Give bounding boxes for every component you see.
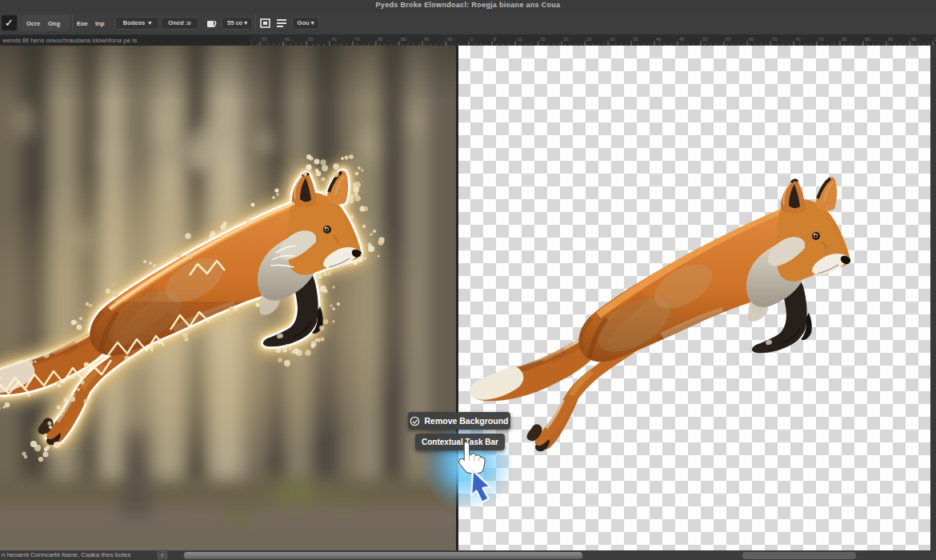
svg-text:65: 65: [772, 37, 778, 42]
svg-text:5: 5: [494, 37, 497, 42]
svg-text:60: 60: [749, 37, 754, 42]
svg-text:70: 70: [331, 37, 337, 42]
svg-text:90: 90: [888, 37, 894, 42]
svg-text:55: 55: [726, 37, 731, 42]
svg-text:10: 10: [517, 37, 522, 42]
svg-text:95: 95: [911, 37, 917, 42]
svg-text:20: 20: [563, 37, 569, 42]
svg-text:55: 55: [262, 37, 267, 42]
svg-text:25: 25: [586, 37, 592, 42]
svg-text:65: 65: [308, 37, 314, 42]
svg-text:70: 70: [795, 37, 801, 42]
svg-text:35: 35: [633, 37, 638, 42]
svg-text:30: 30: [610, 37, 615, 42]
svg-text:80: 80: [378, 37, 383, 42]
svg-text:85: 85: [401, 37, 406, 42]
svg-text:60: 60: [285, 37, 290, 42]
svg-text:90: 90: [424, 37, 430, 42]
svg-text:80: 80: [842, 37, 847, 42]
svg-text:50: 50: [702, 37, 708, 42]
svg-text:85: 85: [865, 37, 870, 42]
svg-text:45: 45: [679, 37, 685, 42]
svg-text:75: 75: [818, 37, 824, 42]
svg-text:95: 95: [447, 37, 453, 42]
svg-text:15: 15: [540, 37, 546, 42]
svg-text:40: 40: [656, 37, 662, 42]
svg-text:75: 75: [354, 37, 360, 42]
svg-text:0: 0: [470, 37, 474, 42]
